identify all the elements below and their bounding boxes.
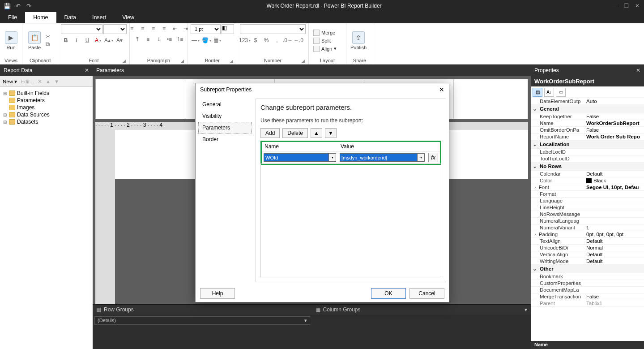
- tree-node[interactable]: Parameters: [2, 97, 91, 104]
- percent-icon[interactable]: %: [261, 36, 271, 45]
- param-name-input[interactable]: [264, 153, 329, 162]
- tab-insert[interactable]: Insert: [84, 12, 114, 23]
- window-title: Work Order Report.rdl - Power BI Report …: [36, 3, 612, 9]
- tab-home[interactable]: Home: [25, 12, 56, 23]
- num-category-icon[interactable]: 123: [240, 36, 250, 45]
- tree-node[interactable]: ⊞Data Sources: [2, 111, 91, 118]
- borders-icon[interactable]: ▦: [212, 36, 222, 45]
- dialog-heading: Change subreport parameters.: [260, 103, 441, 111]
- currency-icon[interactable]: $: [251, 36, 260, 45]
- shrink-font-icon[interactable]: A▾: [115, 36, 124, 45]
- align-button[interactable]: Align ▾: [311, 45, 338, 52]
- save-icon[interactable]: 💾: [4, 2, 11, 9]
- close-icon[interactable]: ✕: [85, 67, 89, 73]
- nav-border[interactable]: Border: [198, 134, 252, 145]
- chevron-down-icon[interactable]: ▾: [418, 153, 425, 162]
- valign-top-icon[interactable]: ⤒: [132, 35, 142, 44]
- dialog-nav: General Visibility Parameters Border: [198, 99, 252, 282]
- nav-parameters[interactable]: Parameters: [198, 122, 252, 134]
- categorized-icon[interactable]: ▤: [533, 88, 542, 97]
- fx-button[interactable]: fx: [428, 153, 438, 162]
- publish-button[interactable]: ⇪Publish: [349, 26, 368, 55]
- font-family-select[interactable]: [61, 24, 102, 34]
- menu-tabs: File Home Data Insert View: [0, 12, 644, 23]
- chevron-down-icon[interactable]: ▾: [329, 153, 336, 162]
- cancel-button[interactable]: Cancel: [409, 288, 444, 299]
- move-up-button[interactable]: ▲: [311, 128, 322, 138]
- tab-view[interactable]: View: [114, 12, 142, 23]
- grow-font-icon[interactable]: A▴: [104, 36, 114, 45]
- property-footer: Name: [531, 341, 644, 349]
- chevron-down-icon[interactable]: ▾: [525, 306, 527, 313]
- tree-node[interactable]: ⊞Datasets: [2, 118, 91, 125]
- tree-node[interactable]: ⊞Built-in Fields: [2, 90, 91, 97]
- valign-mid-icon[interactable]: ≡: [143, 35, 153, 44]
- chevron-down-icon[interactable]: ▾: [304, 318, 307, 323]
- delete-button[interactable]: Delete: [282, 128, 308, 138]
- parameter-list-area[interactable]: [260, 164, 441, 277]
- tab-file[interactable]: File: [0, 12, 25, 23]
- tree-node[interactable]: Images: [2, 104, 91, 111]
- run-button[interactable]: ▶Run: [3, 26, 19, 55]
- param-value-input[interactable]: [340, 153, 418, 162]
- copy-icon[interactable]: ⧉: [46, 41, 51, 48]
- align-right-icon[interactable]: ≡: [149, 24, 158, 33]
- border-color-icon[interactable]: ◧: [222, 24, 234, 34]
- folder-icon: [9, 112, 15, 117]
- bullets-icon[interactable]: •≡: [165, 35, 175, 44]
- delete-icon[interactable]: ✕: [38, 78, 42, 85]
- ok-button[interactable]: OK: [371, 288, 406, 299]
- properties-panel: Properties✕ WorkOrderSubReport ▤ A↓ ▭ Da…: [531, 65, 644, 349]
- nav-visibility[interactable]: Visibility: [198, 110, 252, 122]
- up-icon[interactable]: ▲: [46, 79, 51, 84]
- align-left-icon[interactable]: ≡: [127, 24, 137, 33]
- add-button[interactable]: Add: [260, 128, 280, 138]
- split-button[interactable]: Split: [311, 37, 338, 44]
- merge-button[interactable]: Merge: [311, 29, 338, 36]
- font-size-select[interactable]: [103, 24, 127, 34]
- fill-color-icon[interactable]: 🪣: [201, 36, 211, 45]
- close-button[interactable]: ✕: [635, 3, 640, 9]
- undo-icon[interactable]: ↶: [14, 2, 21, 9]
- row-group-item[interactable]: (Details)▾: [94, 316, 310, 325]
- minimize-button[interactable]: —: [612, 3, 618, 9]
- dialog-hint: Use these parameters to run the subrepor…: [260, 117, 441, 124]
- new-button[interactable]: New ▾: [3, 78, 17, 85]
- table-icon: ▦: [96, 306, 101, 313]
- col-name: Name: [262, 142, 338, 151]
- underline-icon[interactable]: U: [82, 36, 92, 45]
- edit-button[interactable]: Edit...: [21, 79, 34, 84]
- ruler-vertical: [95, 130, 115, 304]
- property-grid[interactable]: DataElementOutpAuto ⌄General KeepTogethe…: [531, 98, 644, 341]
- property-pages-icon[interactable]: ▭: [556, 88, 566, 97]
- tab-data[interactable]: Data: [56, 12, 84, 23]
- group-share: Share: [349, 57, 370, 64]
- number-format-select[interactable]: [240, 24, 306, 34]
- down-icon[interactable]: ▼: [54, 79, 59, 84]
- close-icon[interactable]: ✕: [439, 86, 444, 93]
- valign-bot-icon[interactable]: ⤓: [154, 35, 164, 44]
- cut-icon[interactable]: ✂: [46, 33, 51, 40]
- dec-indent-icon[interactable]: ⇤: [170, 24, 180, 33]
- redo-icon[interactable]: ↷: [25, 2, 32, 9]
- restore-button[interactable]: ❐: [624, 3, 629, 9]
- numbers-icon[interactable]: 1≡: [175, 35, 185, 44]
- italic-icon[interactable]: I: [72, 36, 81, 45]
- border-line-icon[interactable]: —: [191, 36, 200, 45]
- font-color-icon[interactable]: A: [93, 36, 103, 45]
- bold-icon[interactable]: B: [61, 36, 71, 45]
- justify-icon[interactable]: ≡: [159, 24, 169, 33]
- align-center-icon[interactable]: ≡: [138, 24, 148, 33]
- paste-button[interactable]: 📋Paste: [25, 26, 44, 55]
- move-down-button[interactable]: ▼: [325, 128, 337, 138]
- close-icon[interactable]: ✕: [636, 67, 640, 73]
- dec-decimal-icon[interactable]: ←.0: [294, 36, 303, 45]
- border-weight-select[interactable]: 1 pt: [191, 24, 221, 34]
- comma-icon[interactable]: ,: [272, 36, 282, 45]
- inc-decimal-icon[interactable]: .0→: [283, 36, 293, 45]
- alphabetical-icon[interactable]: A↓: [544, 88, 554, 97]
- report-data-tree[interactable]: ⊞Built-in Fields Parameters Images ⊞Data…: [0, 87, 93, 349]
- help-button[interactable]: Help: [200, 288, 235, 299]
- nav-general[interactable]: General: [198, 99, 252, 110]
- parameter-grid: NameValue ▾ ▾ fx: [260, 141, 441, 165]
